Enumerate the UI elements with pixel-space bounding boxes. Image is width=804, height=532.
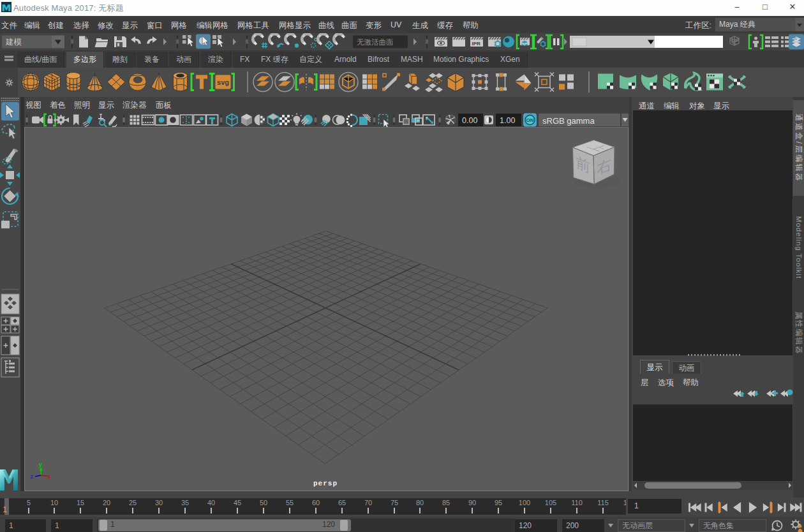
- svg-text:z: z: [30, 474, 33, 480]
- svg-text:x: x: [47, 474, 51, 480]
- svg-text:IPR: IPR: [472, 41, 481, 47]
- svg-text:建模: 建模: [5, 38, 22, 47]
- svg-text:1.00: 1.00: [500, 116, 515, 125]
- svg-text:无激活曲面: 无激活曲面: [357, 38, 394, 46]
- svg-text:sRGB gamma: sRGB gamma: [542, 116, 595, 126]
- svg-text:ON: ON: [526, 117, 534, 123]
- svg-text:y: y: [39, 462, 43, 468]
- svg-text:svg: svg: [217, 78, 229, 86]
- svg-text:persp: persp: [313, 480, 338, 487]
- svg-text:0.00: 0.00: [462, 116, 477, 125]
